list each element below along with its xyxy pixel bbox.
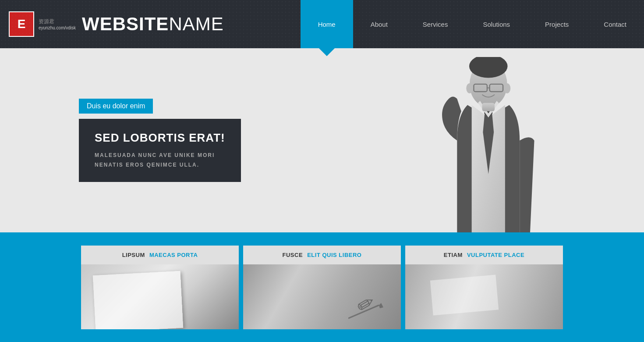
logo-badge: E [9, 11, 34, 37]
nav-services[interactable]: Services [405, 0, 466, 48]
logo-area: E 资源君 eyunzhu.com/vdisk WEBSITENAME [0, 0, 233, 48]
card-header-etiam: ETIAM VULPUTATE PLACE [405, 246, 563, 264]
nav-contact[interactable]: Contact [586, 0, 644, 48]
svg-point-6 [466, 83, 473, 93]
svg-point-7 [504, 83, 510, 93]
card-lipsum: LIPSUM MAECAS PORTA [81, 246, 239, 329]
hero-subtitle: MALESUADA NUNC AVE UNIKE MORINENATIS ERO… [95, 151, 225, 170]
svg-rect-5 [482, 103, 495, 111]
site-name: WEBSITENAME [82, 14, 224, 35]
hero-person-image [416, 57, 556, 232]
logo-letter: E [18, 17, 26, 31]
card-header-lipsum: LIPSUM MAECAS PORTA [81, 246, 239, 264]
site-header: E 资源君 eyunzhu.com/vdisk WEBSITENAME Home… [0, 0, 644, 48]
cards-row: LIPSUM MAECAS PORTA FUSCE ELIT QUIS LIBE… [0, 246, 644, 329]
logo-brand: 资源君 [39, 18, 76, 25]
card-etiam: ETIAM VULPUTATE PLACE [405, 246, 563, 329]
nav-about[interactable]: About [353, 0, 405, 48]
nav-home[interactable]: Home [301, 0, 353, 48]
nav-solutions[interactable]: Solutions [465, 0, 527, 48]
card-image-fusce [243, 264, 401, 329]
svg-line-8 [348, 305, 379, 318]
hero-box: SED LOBORTIS ERAT! MALESUADA NUNC AVE UN… [79, 119, 241, 182]
site-name-bold: WEBSITE [82, 14, 169, 34]
logo-url: eyunzhu.com/vdisk [39, 25, 76, 30]
hero-title: SED LOBORTIS ERAT! [95, 131, 225, 145]
site-name-light: NAME [169, 14, 223, 34]
main-nav: Home About Services Solutions Projects C… [301, 0, 644, 48]
card-fusce: FUSCE ELIT QUIS LIBERO [243, 246, 401, 329]
card-image-etiam [405, 264, 563, 329]
card-header-fusce: FUSCE ELIT QUIS LIBERO [243, 246, 401, 264]
hero-tag: Duis eu dolor enim [79, 99, 153, 114]
hero-content: Duis eu dolor enim SED LOBORTIS ERAT! MA… [0, 72, 241, 208]
svg-marker-9 [379, 303, 383, 308]
card-image-lipsum [81, 264, 239, 329]
logo-watermark: 资源君 eyunzhu.com/vdisk [39, 18, 76, 30]
bottom-section: LIPSUM MAECAS PORTA FUSCE ELIT QUIS LIBE… [0, 232, 644, 342]
hero-section: Duis eu dolor enim SED LOBORTIS ERAT! MA… [0, 48, 644, 232]
nav-projects[interactable]: Projects [527, 0, 586, 48]
